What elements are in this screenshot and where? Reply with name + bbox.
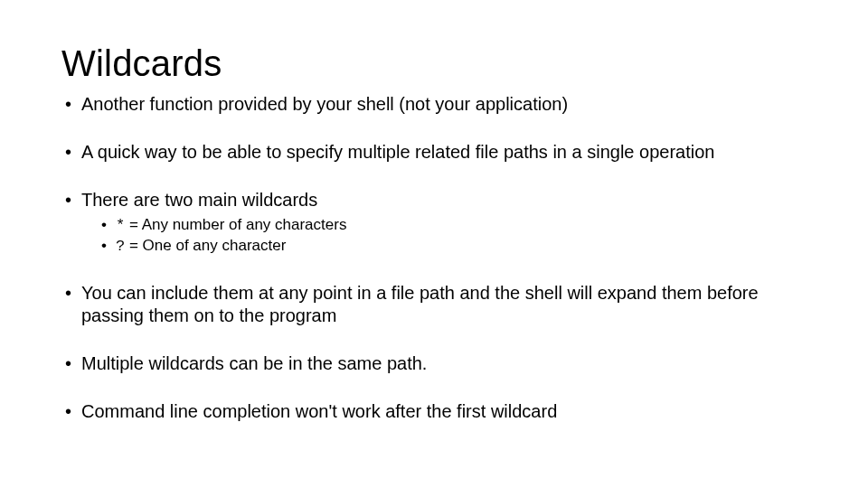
sub-bullet-item: * = Any number of any characters [99, 215, 807, 236]
sub-bullet-list: * = Any number of any characters ? = One… [99, 215, 807, 257]
bullet-text: You can include them at any point in a f… [81, 282, 807, 327]
bullet-list: Another function provided by your shell … [61, 93, 807, 423]
bullet-text: A quick way to be able to specify multip… [81, 142, 714, 162]
bullet-item: Another function provided by your shell … [61, 93, 807, 116]
sub-bullet-text: = One of any character [125, 237, 286, 254]
slide-title: Wildcards [61, 43, 807, 84]
bullet-text: Multiple wildcards can be in the same pa… [81, 353, 427, 373]
sub-bullet-item: ? = One of any character [99, 236, 807, 257]
bullet-item: You can include them at any point in a f… [61, 282, 807, 327]
bullet-text: Another function provided by your shell … [81, 94, 568, 114]
wildcard-symbol: ? [116, 238, 125, 255]
slide: Wildcards Another function provided by y… [0, 0, 868, 488]
bullet-item: A quick way to be able to specify multip… [61, 141, 807, 164]
wildcard-symbol: * [116, 217, 125, 234]
bullet-item: Command line completion won't work after… [61, 400, 807, 423]
bullet-item: There are two main wildcards * = Any num… [61, 189, 807, 257]
bullet-text: There are two main wildcards [81, 190, 317, 210]
bullet-text: Command line completion won't work after… [81, 401, 557, 421]
sub-bullet-text: = Any number of any characters [125, 216, 346, 233]
bullet-item: Multiple wildcards can be in the same pa… [61, 352, 807, 375]
